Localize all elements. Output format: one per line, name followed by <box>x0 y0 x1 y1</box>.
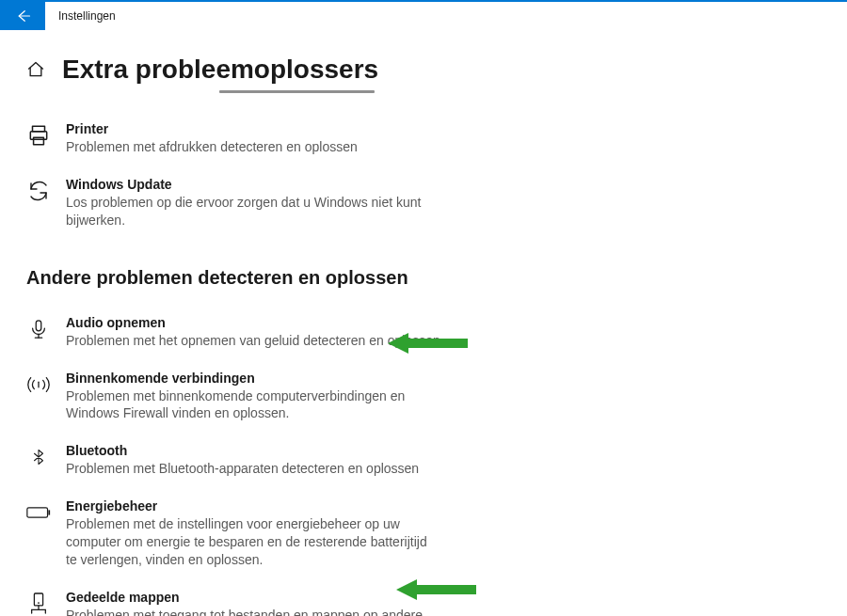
troubleshooter-item[interactable]: Gedeelde mappenProblemen met toegang tot… <box>26 580 440 616</box>
battery-icon <box>26 500 51 525</box>
svg-rect-8 <box>27 508 48 517</box>
item-text: Windows UpdateLos problemen op die ervoo… <box>66 177 440 229</box>
item-desc: Problemen met binnenkomende computerverb… <box>66 387 440 423</box>
troubleshooter-item[interactable]: Audio opnemenProblemen met het opnemen v… <box>26 306 440 361</box>
svg-rect-1 <box>33 126 45 131</box>
scroll-indicator[interactable] <box>219 90 375 93</box>
item-text: Binnenkomende verbindingenProblemen met … <box>66 371 440 423</box>
folder-network-icon <box>26 592 51 616</box>
troubleshooter-item[interactable]: Binnenkomende verbindingenProblemen met … <box>26 361 440 434</box>
item-title: Bluetooth <box>66 443 440 458</box>
section-heading: Andere problemen detecteren en oplossen <box>26 267 821 289</box>
svg-rect-4 <box>36 321 41 331</box>
troubleshooter-item[interactable]: PrinterProblemen met afdrukken detectere… <box>26 112 440 167</box>
bluetooth-icon <box>26 445 51 469</box>
item-title: Printer <box>66 121 440 136</box>
item-title: Energiebeheer <box>66 498 440 513</box>
item-text: PrinterProblemen met afdrukken detectere… <box>66 121 440 156</box>
item-desc: Problemen met toegang tot bestanden en m… <box>66 607 440 616</box>
page-title: Extra probleemoplossers <box>62 55 378 85</box>
item-desc: Problemen met Bluetooth-apparaten detect… <box>66 460 440 478</box>
item-title: Windows Update <box>66 177 440 192</box>
item-text: EnergiebeheerProblemen met de instelling… <box>66 498 440 569</box>
item-text: Audio opnemenProblemen met het opnemen v… <box>66 315 440 350</box>
home-button[interactable] <box>26 60 45 79</box>
title-bar: Instellingen <box>0 0 847 30</box>
sync-icon <box>26 179 51 203</box>
microphone-icon <box>26 317 51 341</box>
item-title: Binnenkomende verbindingen <box>66 371 440 386</box>
item-text: Gedeelde mappenProblemen met toegang tot… <box>66 590 440 616</box>
svg-rect-3 <box>34 137 44 145</box>
troubleshooter-item[interactable]: Windows UpdateLos problemen op die ervoo… <box>26 167 440 241</box>
item-text: BluetoothProblemen met Bluetooth-apparat… <box>66 443 440 478</box>
item-title: Gedeelde mappen <box>66 590 440 605</box>
item-desc: Problemen met de instellingen voor energ… <box>66 515 440 569</box>
svg-point-11 <box>38 602 40 604</box>
signal-icon <box>26 372 51 397</box>
item-title: Audio opnemen <box>66 315 440 330</box>
item-desc: Problemen met afdrukken detecteren en op… <box>66 138 440 156</box>
printer-icon <box>26 123 51 148</box>
item-desc: Los problemen op die ervoor zorgen dat u… <box>66 194 440 229</box>
back-button[interactable] <box>0 2 45 30</box>
window-title: Instellingen <box>58 9 116 23</box>
troubleshooter-item[interactable]: EnergiebeheerProblemen met de instelling… <box>26 489 440 580</box>
svg-rect-9 <box>48 511 50 515</box>
item-desc: Problemen met het opnemen van geluid det… <box>66 332 440 350</box>
troubleshooter-item[interactable]: BluetoothProblemen met Bluetooth-apparat… <box>26 434 440 489</box>
